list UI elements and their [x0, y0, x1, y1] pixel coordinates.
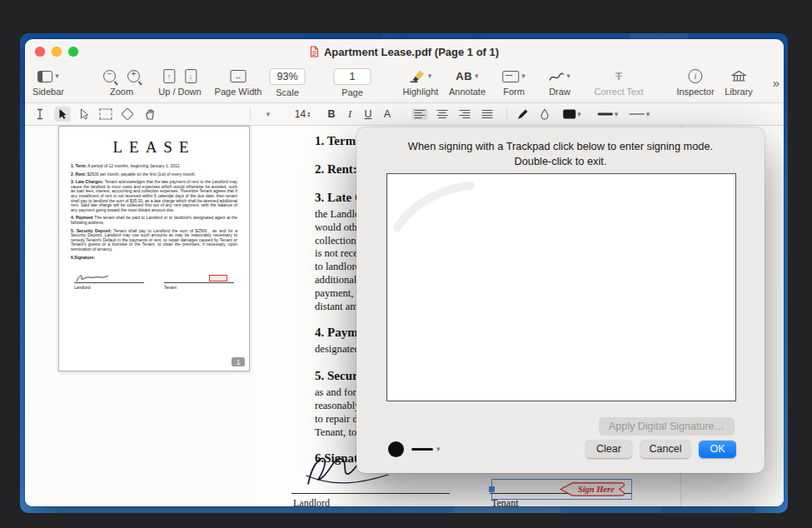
hand-tool-button[interactable]: [142, 107, 158, 122]
page-number-field[interactable]: 1: [334, 68, 371, 85]
divider: [250, 107, 251, 121]
chevron-down-icon: ▾: [55, 72, 59, 80]
sign-here-field[interactable]: Sign Here: [491, 479, 632, 500]
zoom-in-icon[interactable]: +: [127, 70, 140, 82]
chevron-down-icon: ▾: [436, 446, 441, 453]
thumbnail-sign-here-marker: [209, 275, 227, 281]
color-well-icon: [563, 110, 575, 119]
page-up-down-buttons[interactable]: ↑ ↓ Up / Down: [158, 68, 201, 97]
thumbnail-paragraph: 4. Payment The tenant shall be paid to L…: [71, 216, 237, 225]
page-width-icon: ↔: [231, 70, 247, 82]
dashed-selection-icon: [100, 109, 112, 120]
pointer-outline-icon: [79, 108, 90, 120]
dialog-instructions: When signing with a Trackpad click below…: [356, 139, 765, 169]
selection-handle[interactable]: [489, 486, 495, 492]
line-style-dropdown[interactable]: ▾: [627, 109, 653, 120]
app-window: Apartment Lease.pdf (Page 1 of 1) ▾ Side…: [25, 39, 784, 506]
overflow-chevrons-icon: »: [773, 76, 780, 90]
align-center-button[interactable]: [435, 108, 451, 120]
text-tool-button[interactable]: [32, 107, 47, 122]
align-justify-icon: [482, 110, 493, 118]
thumbnail-paragraph: 5. Security Deposit: Tenant shall pay to…: [71, 229, 237, 252]
pdf-document-icon: [310, 46, 319, 57]
stroke-width-dropdown[interactable]: ▾: [595, 109, 621, 120]
svg-text:Sign Here: Sign Here: [578, 485, 615, 494]
pen-icon: [517, 108, 529, 120]
inspector-button[interactable]: i Inspector: [676, 68, 714, 97]
font-size-stepper[interactable]: 14 ▴▾: [292, 107, 312, 122]
desktop-wallpaper: Apartment Lease.pdf (Page 1 of 1) ▾ Side…: [20, 33, 788, 513]
info-circle-icon: i: [689, 69, 703, 83]
line-style-icon: [630, 113, 645, 114]
bold-button[interactable]: B: [325, 107, 337, 122]
page-up-icon[interactable]: ↑: [163, 69, 175, 83]
signature-canvas[interactable]: [386, 173, 736, 401]
align-center-icon: [437, 110, 448, 118]
align-right-button[interactable]: [457, 108, 473, 120]
select-tool-button[interactable]: [55, 107, 71, 122]
trackpad-signing-dialog: When signing with a Trackpad click below…: [356, 127, 765, 473]
clear-button[interactable]: Clear: [585, 441, 632, 458]
chevron-down-icon: ▾: [267, 111, 271, 118]
cancel-button[interactable]: Cancel: [640, 441, 690, 458]
chevron-down-icon: ▾: [475, 72, 479, 80]
chevron-down-icon: ▾: [646, 111, 650, 118]
thumbnail-paragraph: 6.Signature:: [71, 256, 237, 261]
text-color-button[interactable]: A: [381, 107, 393, 122]
zoom-controls[interactable]: − + Zoom: [103, 68, 140, 97]
font-dropdown[interactable]: ▾: [264, 109, 273, 120]
chevron-down-icon: ▾: [428, 72, 432, 80]
canvas-smudge: [391, 177, 491, 236]
stepper-arrows-icon: ▴▾: [307, 111, 310, 117]
pen-tool-button[interactable]: [515, 107, 531, 122]
chevron-down-icon: ▾: [615, 111, 619, 118]
chevron-down-icon: ▾: [566, 72, 570, 80]
annotate-button[interactable]: AB▾ Annotate: [449, 68, 486, 97]
scale-field[interactable]: 93%: [269, 68, 305, 85]
form-field-icon: [502, 71, 519, 82]
ok-button[interactable]: OK: [699, 441, 736, 458]
annotation-format-bar: ▾ 14 ▴▾ B I U A: [25, 103, 784, 126]
draw-curve-icon: [549, 71, 564, 82]
fill-tool-button[interactable]: [536, 107, 553, 122]
annotation-select-tool-button[interactable]: [77, 107, 92, 122]
thumbnail-signature-row: Landlord Tenant: [71, 266, 237, 290]
thumbnail-paragraph: 2. Rent: $2500 per month, payable on the…: [71, 172, 237, 177]
divider: [506, 107, 507, 121]
library-button[interactable]: Library: [725, 68, 753, 97]
eraser-icon: [121, 107, 134, 121]
underline-button[interactable]: U: [361, 107, 374, 122]
align-right-icon: [460, 110, 471, 118]
ink-color-swatch[interactable]: [388, 441, 404, 457]
pointer-filled-icon: [57, 108, 68, 120]
stroke-width-dropdown[interactable]: ▾: [411, 441, 441, 457]
highlight-button[interactable]: ▾ Highlight: [403, 68, 439, 97]
title-bar: Apartment Lease.pdf (Page 1 of 1): [25, 39, 784, 64]
landlord-signature-line: [291, 493, 450, 494]
apply-digital-signature-button[interactable]: Apply Digital Signature…: [599, 417, 735, 436]
zoom-out-icon[interactable]: −: [103, 70, 116, 82]
main-toolbar: ▾ Sidebar − + Zoom ↑ ↓ Up / Down: [25, 64, 784, 103]
align-justify-button[interactable]: [480, 108, 496, 120]
correct-text-icon: T: [615, 70, 622, 82]
color-well-dropdown[interactable]: ▾: [560, 108, 584, 121]
thumbnail-page-badge: 1: [232, 357, 245, 366]
thumbnail-paragraph: 3. Late Charges: Tenant acknowledges tha…: [71, 180, 237, 212]
form-button[interactable]: ▾ Form: [502, 68, 526, 97]
correct-text-button[interactable]: T Correct Text: [594, 68, 643, 97]
sidebar-toggle-button[interactable]: ▾ Sidebar: [32, 68, 64, 97]
page-down-icon[interactable]: ↓: [185, 69, 197, 83]
page-thumbnail[interactable]: LEASE 1. Term: A period of 12 months, be…: [58, 126, 250, 371]
marquee-select-tool-button[interactable]: [97, 107, 115, 122]
toolbar-overflow-button[interactable]: »: [773, 76, 780, 90]
line-weight-icon: [598, 113, 613, 116]
window-title: Apartment Lease.pdf (Page 1 of 1): [324, 46, 499, 58]
scale-control: 93% Scale: [269, 68, 305, 97]
italic-button[interactable]: I: [346, 107, 354, 122]
landlord-label: Landlord: [293, 497, 330, 506]
page-width-button[interactable]: ↔ Page Width: [215, 68, 262, 97]
eraser-tool-button[interactable]: [121, 108, 135, 121]
align-left-button[interactable]: [412, 108, 428, 120]
draw-button[interactable]: ▾ Draw: [549, 68, 570, 97]
stroke-sample-icon: [411, 448, 433, 451]
